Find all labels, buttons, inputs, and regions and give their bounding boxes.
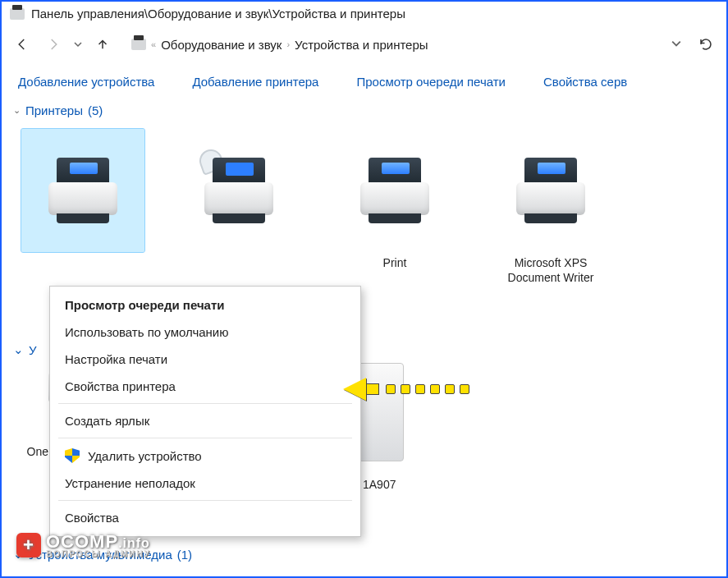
- watermark: + OCOMP.info ВОПРОСЫ АДМИНУ: [16, 531, 151, 558]
- view-queue-cmd[interactable]: Просмотр очереди печати: [356, 75, 506, 89]
- add-printer-cmd[interactable]: Добавление принтера: [192, 75, 318, 89]
- menu-separator: [58, 403, 352, 404]
- window-title: Панель управления\Оборудование и звук\Ус…: [31, 7, 405, 21]
- menu-set-default[interactable]: Использовать по умолчанию: [50, 319, 360, 346]
- add-device-cmd[interactable]: Добавление устройства: [18, 75, 154, 89]
- menu-print-setup[interactable]: Настройка печати: [50, 346, 360, 373]
- recent-dropdown[interactable]: [71, 32, 85, 57]
- printer-icon: [510, 158, 592, 223]
- device-label: 1A907: [363, 478, 396, 491]
- watermark-badge-icon: +: [16, 533, 41, 557]
- up-button[interactable]: [89, 32, 117, 57]
- context-menu: Просмотр очереди печати Использовать по …: [49, 286, 361, 537]
- nav-row: « Оборудование и звук › Устройства и при…: [2, 25, 726, 63]
- refresh-button[interactable]: [692, 32, 720, 57]
- menu-remove-device[interactable]: Удалить устройство: [50, 442, 360, 470]
- menu-printer-props[interactable]: Свойства принтера: [50, 373, 360, 400]
- arrow-dots: [386, 384, 469, 394]
- forward-button[interactable]: [39, 32, 67, 57]
- section-label: Принтеры: [25, 103, 83, 117]
- chevron-right-icon: ›: [286, 39, 290, 49]
- printers-icon: [10, 8, 25, 20]
- breadcrumb-dropdown[interactable]: [664, 37, 689, 52]
- printers-icon: [131, 39, 146, 50]
- menu-view-queue[interactable]: Просмотр очереди печати: [50, 291, 360, 319]
- printer-icon: [354, 158, 436, 223]
- menu-label: Удалить устройство: [88, 449, 202, 463]
- menu-properties[interactable]: Свойства: [50, 504, 360, 531]
- watermark-sub: ВОПРОСЫ АДМИНУ: [46, 549, 151, 558]
- server-props-cmd[interactable]: Свойства серв: [543, 75, 627, 89]
- printer-item[interactable]: Print: [333, 129, 456, 285]
- section-label-partial: У: [29, 343, 37, 357]
- arrow-head-icon: [343, 378, 366, 401]
- section-count: (1): [177, 548, 192, 562]
- breadcrumb-part[interactable]: Оборудование и звук: [161, 38, 282, 52]
- fax-icon: [198, 158, 280, 223]
- printer-icon: [42, 158, 124, 223]
- menu-separator: [58, 438, 352, 438]
- control-panel-window: Панель управления\Оборудование и звук\Ус…: [0, 0, 728, 578]
- breadcrumb-part[interactable]: Устройства и принтеры: [295, 38, 428, 52]
- menu-troubleshoot[interactable]: Устранение неполадок: [50, 470, 360, 497]
- chevron-left-icon: «: [151, 39, 156, 49]
- shield-icon: [65, 448, 80, 463]
- devices-section-header[interactable]: ⌄ У: [13, 342, 37, 357]
- chevron-down-icon: ⌄: [13, 105, 21, 116]
- watermark-tld: .info: [118, 536, 150, 550]
- printer-label: Print: [383, 255, 407, 270]
- section-count: (5): [88, 103, 103, 117]
- command-bar: Добавление устройства Добавление принтер…: [2, 63, 726, 97]
- printer-label: Microsoft XPS Document Writer: [489, 255, 612, 285]
- annotation-arrow: [343, 378, 469, 401]
- printers-section-header[interactable]: ⌄ Принтеры (5): [2, 97, 726, 124]
- breadcrumb[interactable]: « Оборудование и звук › Устройства и при…: [125, 30, 656, 58]
- titlebar: Панель управления\Оборудование и звук\Ус…: [2, 2, 726, 25]
- chevron-down-icon: ⌄: [13, 342, 24, 357]
- back-button[interactable]: [8, 32, 36, 57]
- arrow-body: [364, 383, 379, 395]
- menu-separator: [58, 500, 352, 501]
- fax-item[interactable]: [177, 129, 300, 285]
- printer-item[interactable]: [21, 129, 144, 285]
- printer-item[interactable]: Microsoft XPS Document Writer: [489, 129, 612, 285]
- menu-create-shortcut[interactable]: Создать ярлык: [50, 407, 360, 434]
